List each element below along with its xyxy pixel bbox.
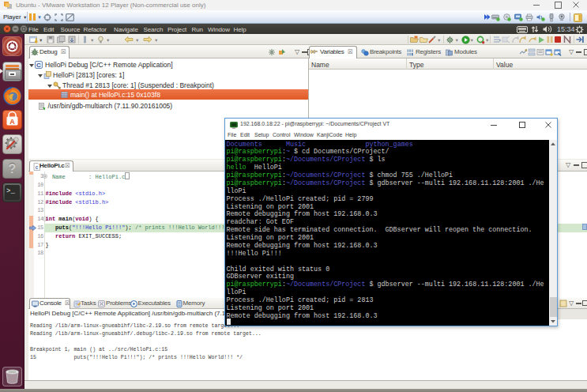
svg-text:C: C <box>36 62 41 69</box>
svg-text:A: A <box>9 118 15 126</box>
svg-text:c: c <box>36 164 39 170</box>
